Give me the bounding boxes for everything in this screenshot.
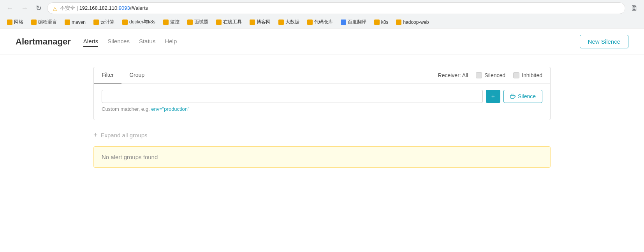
bookmark-docker[interactable]: docker与k8s — [119, 18, 158, 27]
inhibited-checkbox[interactable] — [513, 72, 519, 78]
bookmark-icon — [7, 20, 12, 25]
expand-label: Expand all groups — [101, 132, 148, 138]
filter-options: Receiver: All Silenced Inhibited — [152, 68, 550, 82]
address-text: 不安全 | 192.168.182.110:9093/#/alerts — [60, 5, 148, 12]
bookmark-onlinetool[interactable]: 在线工具 — [213, 18, 245, 27]
bookmark-icon — [122, 20, 128, 25]
bookmark-icon — [31, 20, 37, 25]
search-input[interactable] — [102, 90, 483, 103]
header-nav: Alerts Silences Status Help — [83, 36, 177, 47]
tab-filter[interactable]: Filter — [94, 67, 121, 83]
new-silence-button[interactable]: New Silence — [580, 35, 628, 48]
bookmark-bigdata[interactable]: 大数据 — [275, 18, 303, 27]
tab-group[interactable]: Group — [121, 67, 152, 83]
bookmark-icon — [163, 20, 169, 25]
bookmark-jiankong[interactable]: 监控 — [160, 18, 183, 27]
silence-icon — [510, 94, 516, 99]
bookmarks-bar: 网络 编程语言 maven 云计算 docker与k8s 监控 面试题 在线工具… — [0, 16, 644, 28]
bookmark-icon — [374, 20, 380, 25]
reload-button[interactable]: ↻ — [33, 2, 44, 14]
bookmark-icon — [65, 20, 70, 25]
inhibited-label: Inhibited — [522, 72, 542, 78]
hint-text: Custom matcher, e.g. env="production" — [102, 106, 542, 112]
silence-filter-button[interactable]: Silence — [503, 90, 542, 103]
bookmark-icon — [216, 20, 222, 25]
bookmark-baidutranslate[interactable]: 百度翻译 — [338, 18, 370, 27]
filter-top-row: Filter Group Receiver: All Silenced Inhi… — [94, 67, 550, 83]
nav-status[interactable]: Status — [139, 36, 156, 47]
bookmark-bianchengyuyan[interactable]: 编程语言 — [28, 18, 60, 27]
header-left: Alertmanager Alerts Silences Status Help — [16, 36, 177, 47]
bookmark-coderepository[interactable]: 代码仓库 — [304, 18, 336, 27]
bookmark-blogsite[interactable]: 博客网 — [246, 18, 274, 27]
search-area: + Silence Custom matcher, e.g. env="prod… — [94, 83, 550, 120]
silenced-checkbox-label[interactable]: Silenced — [476, 72, 505, 78]
security-icon: △ — [53, 5, 57, 11]
receiver-label: Receiver: All — [438, 72, 468, 78]
silenced-checkbox[interactable] — [476, 72, 482, 78]
add-filter-button[interactable]: + — [486, 90, 500, 103]
search-row: + Silence — [102, 90, 542, 103]
filter-panel: Filter Group Receiver: All Silenced Inhi… — [93, 67, 551, 120]
main-content: Filter Group Receiver: All Silenced Inhi… — [0, 55, 644, 179]
bookmark-wangluo[interactable]: 网络 — [4, 18, 26, 27]
bookmark-icon — [278, 20, 284, 25]
translate-button[interactable]: 🖺 — [628, 3, 640, 14]
bookmark-mianshiti[interactable]: 面试题 — [184, 18, 211, 27]
no-alerts-message: No alert groups found — [93, 146, 551, 168]
app-header: Alertmanager Alerts Silences Status Help… — [0, 28, 644, 55]
nav-help[interactable]: Help — [165, 36, 177, 47]
app-container: Alertmanager Alerts Silences Status Help… — [0, 28, 644, 252]
address-bar[interactable]: △ 不安全 | 192.168.182.110:9093/#/alerts — [47, 2, 625, 14]
hint-example-link[interactable]: env="production" — [151, 106, 190, 112]
filter-tabs: Filter Group — [94, 67, 152, 83]
bookmark-yunjs[interactable]: 云计算 — [90, 18, 118, 27]
bookmark-icon — [307, 20, 313, 25]
nav-alerts[interactable]: Alerts — [83, 36, 98, 47]
bookmark-maven[interactable]: maven — [62, 18, 89, 26]
bookmark-hadoopweb[interactable]: hadoop-web — [393, 18, 432, 26]
bookmark-icon-blue — [341, 20, 346, 25]
expand-plus-icon: + — [93, 131, 98, 139]
bookmark-icon — [187, 20, 193, 25]
brand-logo: Alertmanager — [16, 37, 71, 47]
nav-silences[interactable]: Silences — [107, 36, 130, 47]
expand-groups-row[interactable]: + Expand all groups — [93, 128, 551, 142]
back-button[interactable]: ← — [4, 3, 16, 14]
bookmark-icon — [250, 20, 255, 25]
bookmark-icon — [93, 20, 99, 25]
bookmark-icon — [396, 20, 401, 25]
silenced-label: Silenced — [484, 72, 505, 78]
bookmark-k8s[interactable]: k8s — [371, 18, 392, 26]
forward-button[interactable]: → — [19, 3, 30, 14]
inhibited-checkbox-label[interactable]: Inhibited — [513, 72, 542, 78]
